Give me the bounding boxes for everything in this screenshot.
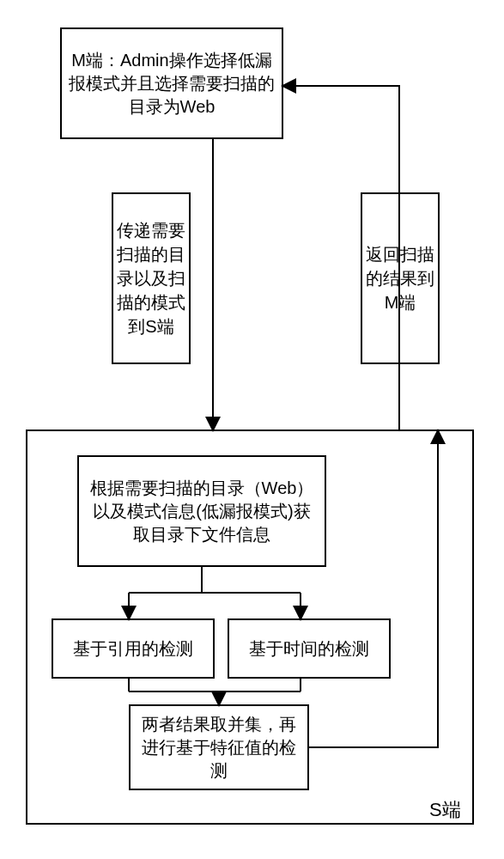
get-info-box: 根据需要扫描的目录（Web）以及模式信息(低漏报模式)获取目录下文件信息 (77, 455, 326, 567)
detect-ref-text: 基于引用的检测 (73, 637, 193, 661)
union-box: 两者结果取并集，再进行基于特征值的检测 (129, 704, 309, 790)
detect-ref-box: 基于引用的检测 (52, 618, 215, 679)
union-text: 两者结果取并集，再进行基于特征值的检测 (137, 713, 301, 783)
m-admin-text: M端：Admin操作选择低漏报模式并且选择需要扫描的目录为Web (69, 49, 275, 119)
pass-to-s-text: 传递需要扫描的目录以及扫描的模式到S端 (117, 218, 185, 338)
s-side-label: S端 (429, 797, 461, 823)
return-to-m-box: 返回扫描的结果到M端 (361, 192, 440, 364)
detect-time-box: 基于时间的检测 (228, 618, 391, 679)
get-info-text: 根据需要扫描的目录（Web）以及模式信息(低漏报模式)获取目录下文件信息 (86, 477, 318, 546)
pass-to-s-box: 传递需要扫描的目录以及扫描的模式到S端 (112, 192, 191, 364)
return-to-m-text: 返回扫描的结果到M端 (366, 242, 434, 314)
detect-time-text: 基于时间的检测 (249, 637, 369, 661)
m-admin-box: M端：Admin操作选择低漏报模式并且选择需要扫描的目录为Web (60, 27, 283, 139)
